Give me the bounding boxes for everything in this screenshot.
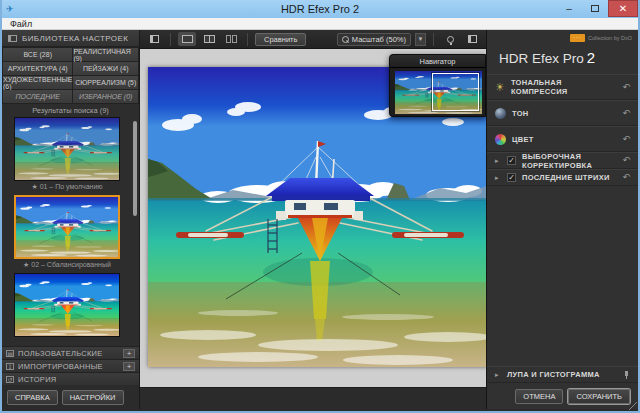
adjustments-panel: ··· Collection by DxO HDR Efex Pro2 ☀ ТО… [486, 30, 638, 409]
maximize-button[interactable] [582, 0, 608, 17]
app-window: ✈ HDR Efex Pro 2 – ✕ Файл БИБЛИОТЕКА НАС… [0, 0, 640, 413]
sidebar-footer: СПРАВКА НАСТРОЙКИ [2, 385, 139, 409]
section-loupe-histogram[interactable]: ▸ ЛУПА И ГИСТОГРАММА [487, 366, 638, 383]
background-color-icon [468, 35, 477, 43]
zoom-control[interactable]: Масштаб (50%) [337, 33, 411, 46]
tab-landscapes[interactable]: ПЕЙЗАЖИ (4) [73, 62, 138, 75]
action-buttons: ОТМЕНА СОХРАНИТЬ [487, 383, 638, 409]
brand-label: Collection by DxO [588, 35, 632, 41]
tab-architecture[interactable]: АРХИТЕКТУРА (4) [3, 62, 72, 75]
category-tabs: ВСЕ (28) РЕАЛИСТИЧНАЯ (9) АРХИТЕКТУРА (4… [2, 47, 139, 104]
background-color-button[interactable] [463, 32, 481, 46]
custom-presets-icon: ▤ [6, 350, 14, 357]
preset-item-03[interactable] [14, 273, 120, 337]
cancel-button[interactable]: ОТМЕНА [515, 389, 563, 404]
navigator-panel: Навигатор [389, 54, 486, 117]
section-selective-adjustments[interactable]: ▸ ✓ ВЫБОРОЧНАЯ КОРРЕКТИРОВКА ↶ [487, 152, 638, 169]
maximize-icon [591, 5, 599, 12]
help-button[interactable]: СПРАВКА [7, 390, 58, 405]
brand-row: ··· Collection by DxO [487, 30, 638, 43]
window-resize-grip[interactable] [629, 402, 637, 410]
preset-thumbnail [14, 117, 120, 181]
titlebar: ✈ HDR Efex Pro 2 – ✕ [2, 0, 638, 18]
tab-recent[interactable]: ПОСЛЕДНИЕ [3, 90, 72, 103]
reset-button[interactable]: ↶ [622, 109, 630, 118]
tab-surreal[interactable]: СЮРРЕАЛИЗМ (5) [73, 76, 138, 89]
menu-file[interactable]: Файл [2, 19, 40, 29]
section-color[interactable]: ЦВЕТ ↶ [487, 126, 638, 152]
preset-item-02-selected[interactable]: ★ 02 – Сбалансированный [14, 195, 120, 271]
add-custom-preset-button[interactable]: + [123, 349, 135, 358]
section-label: ПОЛЬЗОВАТЕЛЬСКИЕ [18, 349, 119, 358]
lightbulb-icon [447, 36, 454, 43]
image-canvas: Навигатор [140, 49, 486, 387]
split-view-button[interactable] [200, 32, 218, 46]
window-title: HDR Efex Pro 2 [2, 0, 638, 18]
reset-button[interactable]: ↶ [622, 83, 630, 92]
zoom-level-label: Масштаб (50%) [352, 35, 406, 44]
section-history[interactable]: ↺ ИСТОРИЯ [2, 372, 139, 385]
preset-label: ★ 02 – Сбалансированный [14, 259, 120, 271]
preset-list-scrollbar[interactable] [133, 121, 137, 216]
section-label: ИМПОРТИРОВАННЫЕ [18, 362, 119, 371]
tab-realistic[interactable]: РЕАЛИСТИЧНАЯ (9) [73, 48, 138, 61]
section-label: ПОСЛЕДНИЕ ШТРИХИ [522, 173, 616, 182]
navigator-viewport-rect[interactable] [432, 73, 479, 111]
section-label: ЦВЕТ [512, 135, 616, 144]
color-wheel-icon [495, 134, 506, 145]
tab-all[interactable]: ВСЕ (28) [3, 48, 72, 61]
section-label: ИСТОРИЯ [18, 375, 135, 384]
section-imported[interactable]: ↧ ИМПОРТИРОВАННЫЕ + [2, 359, 139, 372]
library-panel-icon [8, 35, 17, 42]
toggle-library-panel-button[interactable] [145, 32, 163, 46]
single-view-icon [182, 35, 193, 43]
section-custom[interactable]: ▤ ПОЛЬЗОВАТЕЛЬСКИЕ + [2, 346, 139, 359]
section-tone[interactable]: ТОН ↶ [487, 100, 638, 126]
selective-adjustments-checkbox[interactable]: ✓ [507, 156, 516, 165]
reset-button[interactable]: ↶ [622, 156, 630, 165]
expand-icon[interactable]: ▸ [495, 174, 501, 182]
minimize-button[interactable]: – [556, 0, 582, 17]
section-label: ТОН [512, 109, 616, 118]
navigator-header[interactable]: Навигатор [390, 55, 485, 68]
library-header-label: БИБЛИОТЕКА НАСТРОЕК [22, 34, 128, 43]
section-tonal-compression[interactable]: ☀ ТОНАЛЬНАЯ КОМПРЕССИЯ ↶ [487, 74, 638, 100]
toolbar-separator [247, 33, 248, 46]
section-label: ЛУПА И ГИСТОГРАММА [507, 370, 616, 379]
expand-icon[interactable]: ▸ [495, 157, 501, 165]
toolbar-separator [433, 33, 434, 46]
tab-favorites[interactable]: ИЗБРАННОЕ (0) [73, 90, 138, 103]
section-label: ТОНАЛЬНАЯ КОМПРЕССИЯ [511, 78, 617, 96]
preset-label: ★ 01 – По умолчанию [14, 181, 120, 193]
lightbulb-button[interactable] [441, 32, 459, 46]
app-icon: ✈ [6, 4, 18, 14]
section-label: ВЫБОРОЧНАЯ КОРРЕКТИРОВКА [522, 152, 616, 170]
library-collapsed-sections: ▤ ПОЛЬЗОВАТЕЛЬСКИЕ + ↧ ИМПОРТИРОВАННЫЕ +… [2, 346, 139, 385]
settings-button[interactable]: НАСТРОЙКИ [62, 390, 124, 405]
split-view-icon [204, 35, 215, 43]
tone-sphere-icon [495, 108, 506, 119]
single-view-button[interactable] [178, 32, 196, 46]
toolbar-separator [170, 33, 171, 46]
reset-button[interactable]: ↶ [622, 135, 630, 144]
tab-artistic[interactable]: ХУДОЖЕСТВЕННЫЕ (6) [3, 76, 72, 89]
zoom-dropdown-button[interactable]: ▼ [415, 33, 426, 46]
history-icon: ↺ [6, 376, 14, 383]
section-finishing-touches[interactable]: ▸ ✓ ПОСЛЕДНИЕ ШТРИХИ ↶ [487, 169, 638, 186]
library-header[interactable]: БИБЛИОТЕКА НАСТРОЕК [2, 30, 139, 47]
reset-button[interactable]: ↶ [622, 173, 630, 182]
magnifier-icon [342, 36, 349, 43]
side-by-side-icon [226, 35, 237, 43]
pin-icon[interactable] [622, 371, 630, 379]
import-preset-button[interactable]: + [123, 362, 135, 371]
close-button[interactable]: ✕ [608, 0, 638, 17]
preset-thumbnail [14, 195, 120, 259]
side-by-side-view-button[interactable] [222, 32, 240, 46]
compare-button[interactable]: Сравнить [255, 33, 306, 46]
preset-item-01[interactable]: ★ 01 – По умолчанию [14, 117, 120, 193]
finishing-touches-checkbox[interactable]: ✓ [507, 173, 516, 182]
save-button[interactable]: СОХРАНИТЬ [568, 389, 630, 404]
brand-badge-icon: ··· [570, 34, 585, 42]
expand-icon[interactable]: ▸ [495, 371, 501, 379]
search-results-header: Результаты поиска (9) [2, 104, 139, 117]
